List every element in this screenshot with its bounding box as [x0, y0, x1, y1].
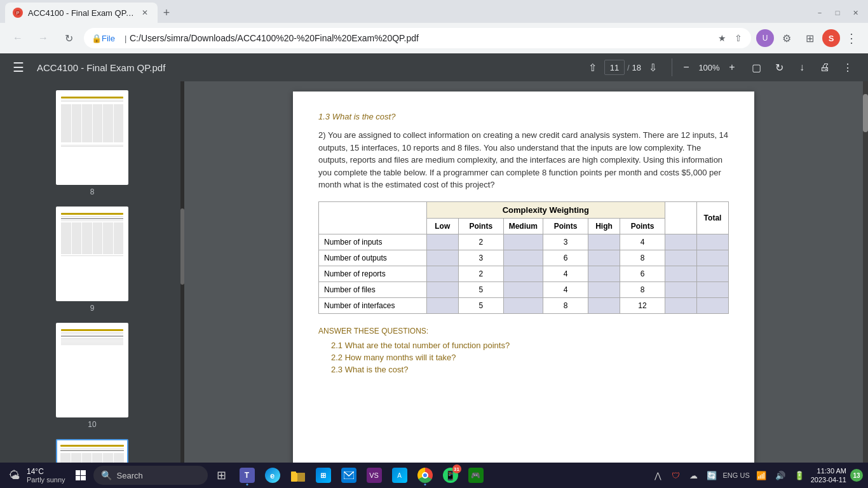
whatsapp-badge: 31 [452, 464, 461, 473]
system-tray: ⋀ 🛡 ☁ 🔄 ENG US 📶 🔊 🔋 11:30 AM 2023-04-11… [651, 466, 863, 485]
row-reports-total [697, 266, 729, 281]
cloud-icon[interactable]: ☁ [686, 468, 702, 483]
more-options-button[interactable]: ⋮ [837, 57, 858, 78]
mail-icon [341, 468, 356, 483]
taskbar-azure-app[interactable]: A [388, 464, 411, 487]
row-inputs-high-pts: 4 [620, 234, 665, 250]
profile-button[interactable]: S [822, 29, 840, 47]
sidebar-scrollbar [180, 81, 184, 463]
active-tab[interactable]: P ACC4100 - Final Exam QP.pdf ✕ [5, 3, 158, 23]
weather-info[interactable]: 14°C Partly sunny [27, 467, 65, 484]
hidden-icons-button[interactable]: ⋀ [651, 468, 666, 483]
thumbnail-page-10[interactable]: 10 [0, 319, 184, 433]
pdf-content-area: 1.3 What is the cost? 2) You are assigne… [184, 81, 863, 463]
bookmark-icon[interactable]: ★ [715, 32, 728, 44]
zoom-in-button[interactable]: + [723, 58, 741, 76]
sync-icon[interactable]: 🔄 [704, 468, 719, 483]
row-reports-med-pts: 4 [543, 266, 588, 281]
row-reports-med-val [503, 266, 543, 281]
pdf-scrollbar[interactable] [863, 81, 868, 463]
prev-page-button[interactable]: ⇧ [584, 58, 602, 76]
wifi-icon[interactable]: 📶 [754, 468, 769, 483]
address-right-icons: ★ ⇧ [715, 32, 745, 44]
thumbnail-page-9[interactable]: 9 [0, 203, 184, 316]
language-display[interactable]: ENG US [723, 471, 750, 479]
print-button[interactable]: 🖨 [815, 57, 835, 78]
reload-button[interactable]: ↻ [58, 28, 79, 48]
col-high-pts: Points [620, 218, 665, 234]
volume-icon[interactable]: 🔊 [773, 468, 788, 483]
pdf-scrollbar-thumb[interactable] [863, 94, 868, 132]
col-low: Low [426, 218, 458, 234]
pdf-menu-button[interactable]: ☰ [10, 57, 27, 78]
puzzle-icon[interactable]: ⚙ [776, 28, 797, 48]
thumbnail-page-8[interactable]: 8 [0, 86, 184, 200]
taskbar-search-bar[interactable]: 🔍 Search [93, 466, 208, 485]
system-icons: ⋀ 🛡 ☁ 🔄 [651, 468, 719, 483]
zoom-out-button[interactable]: − [677, 58, 695, 76]
tab-close-button[interactable]: ✕ [140, 8, 150, 18]
row-outputs-low-pts: 3 [458, 250, 503, 266]
teams-icon: T [240, 468, 255, 483]
taskbar-mail-app[interactable] [337, 464, 360, 487]
weather-icon: 🌤 [9, 469, 20, 482]
taskbar-store-app[interactable]: ⊞ [312, 464, 335, 487]
taskbar-devtool-app[interactable]: VS [363, 464, 386, 487]
row-inputs-low-val [426, 234, 458, 250]
thumbnail-11-wrapper [56, 439, 128, 463]
antivirus-icon[interactable]: 🛡 [668, 468, 684, 483]
sidebar-scrollbar-thumb[interactable] [180, 208, 184, 285]
chrome-menu-button[interactable]: ⋮ [843, 28, 860, 48]
clock-display[interactable]: 11:30 AM 2023-04-11 [811, 466, 846, 485]
windows-logo-icon [76, 470, 86, 480]
row-reports-high-val [588, 266, 620, 281]
row-reports-label: Number of reports [319, 266, 427, 281]
back-button[interactable]: ← [8, 28, 28, 48]
page-separator: / [627, 63, 630, 72]
table-row-interfaces: Number of interfaces 5 8 12 [319, 297, 729, 313]
taskbar-chrome-app[interactable] [414, 464, 437, 487]
grid-icon[interactable]: ⊞ [799, 28, 820, 48]
taskbar-task-view[interactable]: ⊞ [210, 464, 233, 487]
address-bar: ← → ↻ 🔒 File | ★ ⇧ U ⚙ ⊞ S ⋮ [0, 23, 868, 53]
row-outputs-med-val [503, 250, 543, 266]
col-high: High [588, 218, 620, 234]
notification-button[interactable]: 13 [850, 469, 863, 482]
battery-icon[interactable]: 🔋 [792, 468, 807, 483]
start-button[interactable] [71, 465, 91, 485]
close-button[interactable]: ✕ [848, 5, 863, 20]
thumbnail-page-11[interactable]: 11 [0, 435, 184, 463]
teams-active-dot [246, 484, 248, 485]
row-outputs-med-pts: 6 [543, 250, 588, 266]
store-icon: ⊞ [316, 468, 331, 483]
minimize-button[interactable]: − [812, 5, 827, 20]
new-tab-button[interactable]: + [158, 4, 175, 22]
taskbar-xbox-app[interactable]: 🎮 [465, 464, 487, 487]
weather-temp: 14°C [27, 467, 65, 476]
taskbar-whatsapp-app[interactable]: 📱 31 [439, 464, 462, 487]
extensions-icon[interactable]: U [756, 29, 774, 47]
pdf-page-controls: ⇧ / 18 ⇩ [584, 58, 661, 76]
share-icon[interactable]: ⇧ [732, 32, 745, 44]
row-interfaces-med-val [503, 297, 543, 313]
download-button[interactable]: ↓ [792, 57, 812, 78]
chrome-icon [417, 468, 433, 483]
forward-button[interactable]: → [33, 28, 53, 48]
fit-page-button[interactable]: ▢ [746, 57, 766, 78]
taskbar-explorer-app[interactable] [287, 464, 309, 487]
taskbar-teams-app[interactable]: T [236, 464, 259, 487]
maximize-button[interactable]: □ [830, 5, 845, 20]
rotate-button[interactable]: ↻ [769, 57, 789, 78]
address-input-wrapper: 🔒 File | ★ ⇧ [84, 28, 751, 48]
row-interfaces-extra [665, 297, 697, 313]
row-reports-low-val [426, 266, 458, 281]
weather-widget[interactable]: 🌤 [9, 469, 20, 482]
col-med-pts: Points [543, 218, 588, 234]
svg-rect-2 [291, 473, 297, 482]
url-input[interactable] [84, 28, 751, 48]
toolbar-right: U ⚙ ⊞ S ⋮ [756, 28, 860, 48]
taskbar-edge-app[interactable]: e [261, 464, 284, 487]
page-number-input[interactable] [604, 60, 625, 75]
next-page-button[interactable]: ⇩ [644, 58, 661, 76]
row-files-extra [665, 281, 697, 297]
